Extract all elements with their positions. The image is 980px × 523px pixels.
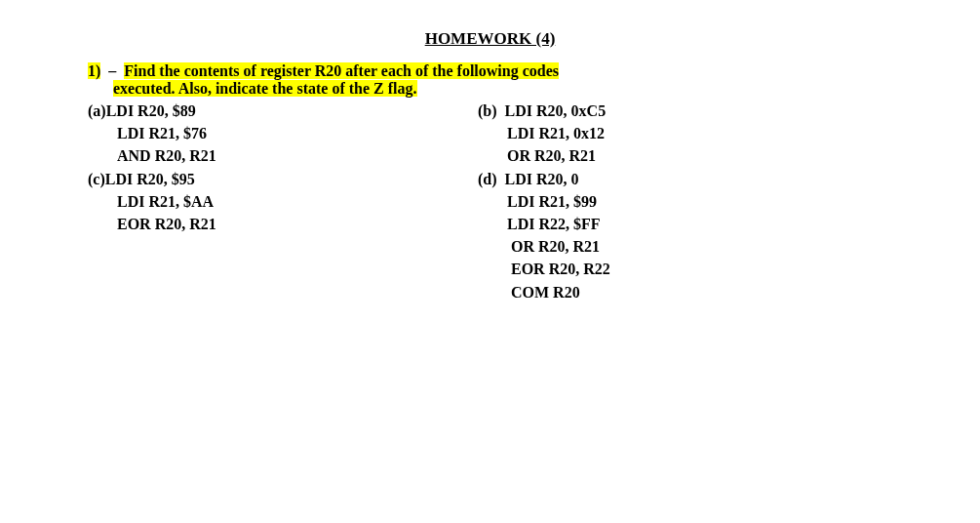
part-c-label: (c) (88, 171, 105, 187)
parts-columns: (a)LDI R20, $89 LDI R21, $76 AND R20, R2… (88, 100, 980, 303)
part-b-line-2: OR R20, R21 (478, 144, 610, 167)
part-d-line-4: EOR R20, R22 (478, 258, 610, 280)
part-a-line-2: AND R20, R21 (88, 144, 478, 167)
question-line-2: executed. Also, indicate the state of th… (88, 80, 980, 98)
part-c-row: (c)LDI R20, $95 (88, 168, 478, 190)
part-a-label: (a) (88, 102, 106, 119)
part-c-line-1: LDI R21, $AA (88, 190, 478, 213)
question-line-1: 1) – Find the contents of register R20 a… (88, 62, 980, 80)
part-d-line-5: COM R20 (478, 281, 610, 303)
part-a-row: (a)LDI R20, $89 (88, 100, 478, 122)
part-a-line-1: LDI R21, $76 (88, 122, 478, 144)
part-d-label: (d) (478, 171, 497, 187)
part-d-line-0: LDI R20, 0 (505, 171, 579, 187)
question-text-2: executed. Also, indicate the state of th… (113, 80, 417, 97)
part-d-line-2: LDI R22, $FF (478, 213, 610, 235)
question-text-1: Find the contents of register R20 after … (124, 62, 559, 79)
column-right: (b) LDI R20, 0xC5 LDI R21, 0x12 OR R20, … (478, 100, 610, 303)
homework-title: HOMEWORK (4) (0, 29, 980, 49)
part-a-line-0: LDI R20, $89 (106, 102, 196, 119)
part-b-row: (b) LDI R20, 0xC5 (478, 100, 610, 122)
part-c-line-2: EOR R20, R21 (88, 213, 478, 235)
part-d-row: (d) LDI R20, 0 (478, 168, 610, 190)
question-number: 1) (88, 62, 100, 79)
part-c-line-0: LDI R20, $95 (105, 171, 195, 187)
homework-content: 1) – Find the contents of register R20 a… (0, 62, 980, 303)
part-b-line-1: LDI R21, 0x12 (478, 122, 610, 144)
part-b-line-0: LDI R20, 0xC5 (505, 102, 607, 119)
part-d-line-1: LDI R21, $99 (478, 190, 610, 213)
column-left: (a)LDI R20, $89 LDI R21, $76 AND R20, R2… (88, 100, 478, 303)
part-b-label: (b) (478, 102, 497, 119)
part-d-line-3: OR R20, R21 (478, 235, 610, 258)
question-dash: – (108, 62, 116, 79)
